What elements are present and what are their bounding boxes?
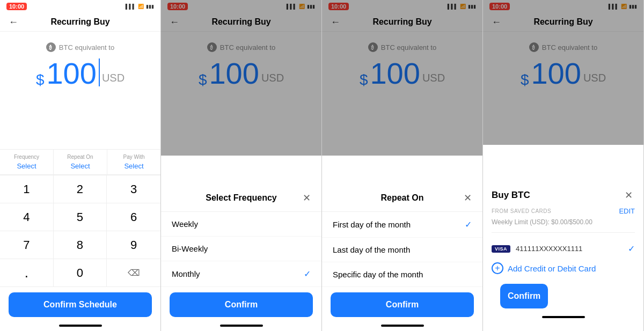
modal-title-3: Repeat On	[380, 193, 423, 203]
status-time-1: 10:00	[6, 3, 27, 10]
card-number: 411111XXXXXX1111	[516, 245, 582, 253]
close-icon-3[interactable]: ✕	[461, 192, 474, 204]
screen-1: 10:00 ▌▌▌ 📶 ▮▮▮ ← Recurring Buy ₿ BTC eq…	[0, 0, 161, 331]
page-title-1: Recurring Buy	[50, 17, 109, 27]
edit-button[interactable]: EDIT	[619, 207, 635, 215]
paywith-value-1: Select	[124, 162, 143, 170]
key-8[interactable]: 8	[54, 231, 107, 259]
dim-overlay-4	[483, 0, 643, 145]
keypad-1: 1 2 3 4 5 6 7 8 9 . 0 ⌫	[0, 175, 160, 287]
confirm-button-2[interactable]: Confirm	[170, 292, 313, 317]
list-item-biweekly[interactable]: Bi-Weekly	[161, 237, 321, 261]
nav-header-1: ← Recurring Buy	[0, 13, 160, 32]
status-icons-1: ▌▌▌ 📶 ▮▮▮	[126, 4, 154, 9]
modal-header-3: Repeat On ✕	[322, 185, 482, 212]
list-item-weekly[interactable]: Weekly	[161, 212, 321, 237]
amount-section-1: ₿ BTC equivalent to $ 100 USD	[0, 32, 160, 149]
specific-day-label: Specific day of the month	[333, 270, 423, 279]
wifi-icon: 📶	[138, 4, 144, 9]
dim-overlay-2	[161, 0, 321, 156]
key-1[interactable]: 1	[0, 175, 54, 203]
frequency-value-1: Select	[17, 162, 36, 170]
card-check-icon: ✓	[628, 244, 635, 254]
buy-modal-title: Buy BTC	[492, 190, 530, 201]
add-card-label: Add Credit or Debit Card	[508, 264, 596, 273]
repeaton-value-1: Select	[70, 162, 90, 170]
add-card-row[interactable]: + Add Credit or Debit Card	[492, 258, 635, 278]
key-6[interactable]: 6	[107, 203, 160, 231]
card-row[interactable]: VISA 411111XXXXXX1111 ✓	[492, 239, 635, 258]
btc-label-1: ₿ BTC equivalent to	[46, 42, 114, 52]
key-delete[interactable]: ⌫	[107, 259, 160, 287]
key-0[interactable]: 0	[54, 259, 107, 287]
repeaton-selector-1[interactable]: Repeat On Select	[54, 150, 107, 174]
repeaton-label-1: Repeat On	[67, 154, 93, 160]
first-day-check-icon: ✓	[465, 219, 472, 230]
selector-row-1: Frequency Select Repeat On Select Pay Wi…	[0, 149, 160, 175]
status-bar-1: 10:00 ▌▌▌ 📶 ▮▮▮	[0, 0, 160, 13]
frequency-selector-1[interactable]: Frequency Select	[0, 150, 54, 174]
screen-3: 10:00 ▌▌▌ 📶 ▮▮▮ ← Recurring Buy ₿ BTC eq…	[322, 0, 483, 331]
amount-display-1: $ 100 USD	[36, 58, 125, 89]
battery-icon: ▮▮▮	[146, 4, 154, 9]
monthly-label: Monthly	[172, 269, 200, 278]
list-item-first-day[interactable]: First day of the month ✓	[322, 212, 482, 238]
select-frequency-modal: Select Frequency ✕ Weekly Bi-Weekly Mont…	[161, 185, 321, 331]
last-day-label: Last day of the month	[333, 245, 410, 254]
confirm-schedule-button-1[interactable]: Confirm Schedule	[9, 292, 152, 317]
key-7[interactable]: 7	[0, 231, 54, 259]
home-indicator-3	[381, 325, 424, 327]
amount-usd-1: USD	[102, 72, 125, 84]
biweekly-label: Bi-Weekly	[172, 244, 208, 253]
key-5[interactable]: 5	[54, 203, 107, 231]
close-icon-2[interactable]: ✕	[300, 192, 313, 204]
home-indicator-4	[542, 316, 585, 318]
home-indicator-2	[220, 325, 263, 327]
first-day-label: First day of the month	[333, 220, 411, 229]
monthly-check-icon: ✓	[304, 269, 311, 279]
repeat-on-list: First day of the month ✓ Last day of the…	[322, 212, 482, 287]
frequency-label-1: Frequency	[14, 154, 39, 160]
buy-modal-header: Buy BTC ✕	[492, 190, 635, 201]
home-indicator-1	[59, 325, 102, 327]
modal-header-2: Select Frequency ✕	[161, 185, 321, 212]
list-item-specific-day[interactable]: Specific day of the month	[322, 262, 482, 287]
key-4[interactable]: 4	[0, 203, 54, 231]
screen-content-1: ₿ BTC equivalent to $ 100 USD Frequency …	[0, 32, 160, 331]
saved-cards-label: FROM SAVED CARDS	[492, 208, 551, 214]
cursor-1	[99, 58, 100, 86]
key-3[interactable]: 3	[107, 175, 160, 203]
add-card-icon: +	[492, 262, 503, 274]
key-2[interactable]: 2	[54, 175, 107, 203]
back-button-1[interactable]: ←	[9, 17, 18, 28]
dim-overlay-3	[322, 0, 482, 156]
modal-title-2: Select Frequency	[206, 193, 277, 203]
repeat-on-modal: Repeat On ✕ First day of the month ✓ Las…	[322, 185, 482, 331]
amount-dollar-1: $	[36, 71, 45, 89]
key-dot[interactable]: .	[0, 259, 54, 287]
btc-label-text-1: BTC equivalent to	[59, 43, 114, 52]
list-item-monthly[interactable]: Monthly ✓	[161, 261, 321, 287]
close-icon-4[interactable]: ✕	[622, 189, 635, 202]
key-9[interactable]: 9	[107, 231, 160, 259]
frequency-list: Weekly Bi-Weekly Monthly ✓	[161, 212, 321, 287]
btc-icon-1: ₿	[46, 42, 56, 52]
divider-1	[492, 232, 635, 233]
weekly-label: Weekly	[172, 219, 198, 229]
confirm-button-4[interactable]: Confirm	[500, 284, 548, 308]
signal-icon: ▌▌▌	[126, 4, 136, 9]
amount-number-1: 100	[46, 58, 96, 89]
screen-2: 10:00 ▌▌▌ 📶 ▮▮▮ ← Recurring Buy ₿ BTC eq…	[161, 0, 322, 331]
paywith-label-1: Pay With	[123, 154, 144, 160]
buy-btc-modal: Buy BTC ✕ FROM SAVED CARDS EDIT Weekly L…	[483, 181, 643, 331]
paywith-selector-1[interactable]: Pay With Select	[107, 150, 160, 174]
saved-cards-row: FROM SAVED CARDS EDIT	[492, 207, 635, 215]
card-info: VISA 411111XXXXXX1111	[492, 245, 582, 253]
list-item-last-day[interactable]: Last day of the month	[322, 238, 482, 262]
visa-badge: VISA	[492, 245, 510, 253]
confirm-button-3[interactable]: Confirm	[331, 292, 474, 317]
screen-4: 10:00 ▌▌▌ 📶 ▮▮▮ ← Recurring Buy ₿ BTC eq…	[483, 0, 644, 331]
weekly-limit: Weekly Limit (USD): $0.00/$500.00	[492, 218, 635, 226]
